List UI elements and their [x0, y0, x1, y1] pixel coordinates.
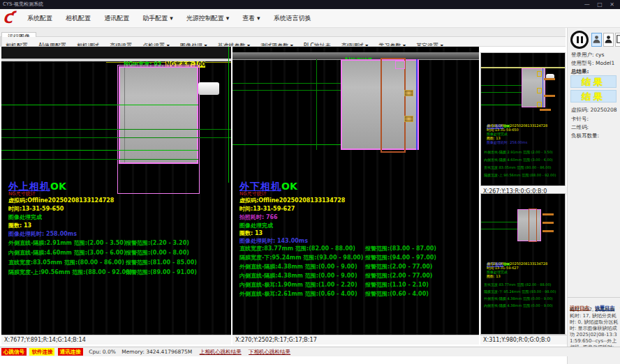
thumbnail-upper-camera[interactable]: 外上相机OK 虚拟码:Offline20250208133124728 时间:1…: [480, 52, 566, 186]
mini-elapsed: 图像处理耗时: 258.00ms: [487, 140, 527, 144]
gold-feature-2: [404, 116, 413, 122]
measurement-row: 隔膜宽度-下:95.24mm 范围:(93.00 - 98.00)报警范围:(9…: [239, 254, 363, 261]
maximize-button[interactable]: □: [597, 1, 605, 8]
alarm-range: 报警范围:(2.20 - 3.20): [126, 239, 189, 247]
tool-learn-params[interactable]: 学习参数 ▾: [375, 41, 409, 47]
upper-camera-heartbeat-link[interactable]: 上相机心跳检结果: [200, 349, 242, 355]
mini-row: 直线宽度:83.05mm 范围:(80.00 - 86.00): [484, 165, 565, 169]
tag-label-1: [542, 213, 554, 215]
minimize-button[interactable]: —: [584, 1, 593, 8]
alarm-range: 报警范围:(0.60 - 4.00): [365, 290, 429, 298]
thumbnail-lower-camera[interactable]: 外下相机OK 虚拟码:Offline20250208133134728 时间:1…: [480, 193, 566, 335]
tag-box-3: [537, 102, 542, 107]
mini-row: 内侧直线-隔膜:4.60mm 范围:(3.00 - 6.00): [484, 158, 565, 162]
menu-light-control[interactable]: 光源控制配置 ▾: [182, 9, 234, 28]
user-login-button[interactable]: [591, 33, 602, 47]
tool-test-params[interactable]: 测试项参数 ▾: [257, 41, 297, 47]
gold-feature-1: [404, 90, 413, 96]
barcode-label: 虚拟码:Offline20250208133134728: [239, 197, 345, 204]
alarm-range: 报警范围:(2.00 - 77.00): [365, 272, 432, 280]
menu-bar: Ƈ 系统配置 相机配置 通讯配置 助手配置 ▾ 光源控制配置 ▾ 查看 ▾ 系统…: [0, 9, 620, 28]
menu-system-config[interactable]: 系统配置: [22, 9, 57, 28]
comm-link-badge: 通讯连接: [58, 348, 83, 356]
menu-items: 系统配置 相机配置 通讯配置 助手配置 ▾ 光源控制配置 ▾ 查看 ▾ 系统语言…: [22, 9, 316, 28]
user-value: cys: [596, 52, 604, 58]
tool-spot-check[interactable]: 点检设置 ▾: [139, 41, 173, 47]
tab-count-label: 负极耳数量:: [571, 132, 599, 139]
tool-camera-config[interactable]: 相机配置: [2, 41, 31, 47]
lower-camera-heartbeat-link[interactable]: 下相机心跳检结果: [249, 349, 290, 355]
measurement-row: 内侧直线-极耳:1.90mm 范围:(1.00 - 2.20)报警范围:(1.1…: [239, 281, 357, 289]
tool-ai-config[interactable]: AI使用配置: [35, 41, 70, 47]
mini-row: 直线宽度:83.77mm 范围:(82.00 - 88.00): [484, 282, 565, 287]
window-title: CYS-视觉检测系统: [3, 1, 43, 7]
alarm-range: 报警范围:(81.00 - 85.00): [126, 259, 197, 266]
barcode-label: 虚拟码:Offline20250208133124728: [8, 197, 114, 204]
alarm-range: 报警范围:(0.00 - 8.00): [126, 249, 189, 257]
exit-button[interactable]: [615, 33, 620, 47]
green-line-2: [1, 129, 231, 130]
measurement-row: 直线宽度:83.77mm 范围:(82.00 - 88.00)报警范围:(83.…: [239, 245, 355, 252]
green-line-1: [232, 83, 341, 84]
tab-strip: 运行图像: [0, 28, 566, 37]
count-label: 圈数: 13: [8, 222, 31, 229]
menu-assist-config[interactable]: 助手配置 ▾: [138, 9, 177, 28]
mini-row: 外侧直线-隔膜:2.91mm 范围:(2.00 - 3.50): [484, 150, 565, 154]
user-manage-button[interactable]: [603, 33, 614, 47]
camera-view-upper[interactable]: NG的宽度: 93, NG宽高度:100 外上相机OK NG尺寸统计 虚拟码:O…: [1, 47, 231, 335]
alarm-range: 报警范围:(83.00 - 87.00): [365, 245, 436, 252]
result-indicator-1: 结果: [570, 75, 617, 88]
barcode-label: 虚拟码: 20250208: [571, 107, 617, 114]
qr-label: 二维码:: [571, 124, 589, 131]
connector-tab: [198, 82, 219, 95]
ok-status-label: OK: [50, 181, 66, 192]
ok-status-label: OK: [281, 181, 297, 192]
model-label: 使用型号: Model1: [571, 60, 614, 67]
block-inner-line: [124, 68, 125, 162]
menu-view[interactable]: 查看 ▾: [237, 9, 265, 28]
camera-view-lower[interactable]: AI检测结果 外下相机OK NG尺寸统计 虚拟码:Offline20250208…: [232, 47, 479, 335]
tool-camera-debug[interactable]: 相机调试: [73, 41, 103, 47]
tool-advanced-debug[interactable]: 高级调试 ▾: [338, 41, 372, 47]
green-line-2: [481, 92, 522, 93]
blue-edge-line: [416, 59, 418, 150]
alarm-range: 报警范围:(2.00 - 77.00): [365, 263, 432, 271]
pause-icon: [577, 36, 579, 43]
measurement-row: 隔膜宽度-上:90.56mm 范围:(88.00 - 92.00)报警范围:(8…: [8, 268, 132, 276]
coords-middle: X:270;Y:2502;R:17;G:17;B:17: [232, 335, 479, 344]
close-button[interactable]: ✕: [610, 1, 617, 8]
mini-row: 隔膜宽度-下:95.24mm 范围:(93.00 - 98.00): [484, 289, 565, 294]
green-line-2: [481, 229, 517, 229]
tool-baseline-params[interactable]: 基准线参数 ▾: [214, 41, 254, 47]
tool-image-processing[interactable]: 图像处理 ▾: [177, 41, 211, 47]
time-label: 时间:13-31-59-627: [239, 205, 295, 213]
product-block: [341, 59, 419, 150]
menu-comm-config[interactable]: 通讯配置: [99, 9, 134, 28]
green-line-3: [232, 144, 341, 145]
measurement-row: 外侧直线-隔膜:4.38mm 范围:(0.00 - 9.00)报警范围:(2.0…: [239, 263, 357, 271]
measurement-row: 直线宽度:83.05mm 范围:(80.00 - 86.00)报警范围:(81.…: [8, 259, 124, 266]
tag-box-2: [537, 88, 542, 93]
coords-left: X:7677;Y:891;R:14;G:14;B:14: [1, 335, 231, 344]
tool-advanced-settings[interactable]: 高级设置: [106, 41, 135, 47]
blue-edge-line: [542, 68, 543, 107]
pin-label: 卡针号:: [571, 116, 589, 123]
barcode-value: 20250208: [590, 107, 617, 113]
model-value: Model1: [596, 60, 614, 66]
right-control-panel: 登录用户: cys 使用型号: Model1 总结果: 结果 结果 虚拟码: 2…: [567, 28, 620, 364]
tool-other-settings[interactable]: 其它设置 ▾: [413, 41, 447, 47]
menu-language-switch[interactable]: 系统语言切换: [269, 9, 316, 28]
tool-plc-table[interactable]: PLC地址表: [300, 41, 334, 47]
count-label: 圈数: 13: [239, 229, 263, 237]
app-window: CYS-视觉检测系统 — □ ✕ Ƈ 系统配置 相机配置 通讯配置 助手配置 ▾…: [0, 0, 620, 364]
measurement-row: 内侧直线-隔膜:4.60mm 范围:(3.00 - 6.00)报警范围:(0.0…: [8, 249, 126, 257]
user-icon: [592, 33, 601, 45]
menu-camera-config[interactable]: 相机配置: [61, 9, 96, 28]
alarm-range: 报警范围:(1.10 - 2.10): [365, 281, 429, 289]
process-done-label: 图像处理完成: [8, 213, 42, 221]
green-line-4: [1, 150, 198, 151]
time-label: 时间:13-31-59-650: [8, 205, 64, 213]
green-edge-line: [228, 47, 229, 183]
tag-label-2: [544, 95, 555, 97]
pause-button[interactable]: [570, 31, 589, 49]
